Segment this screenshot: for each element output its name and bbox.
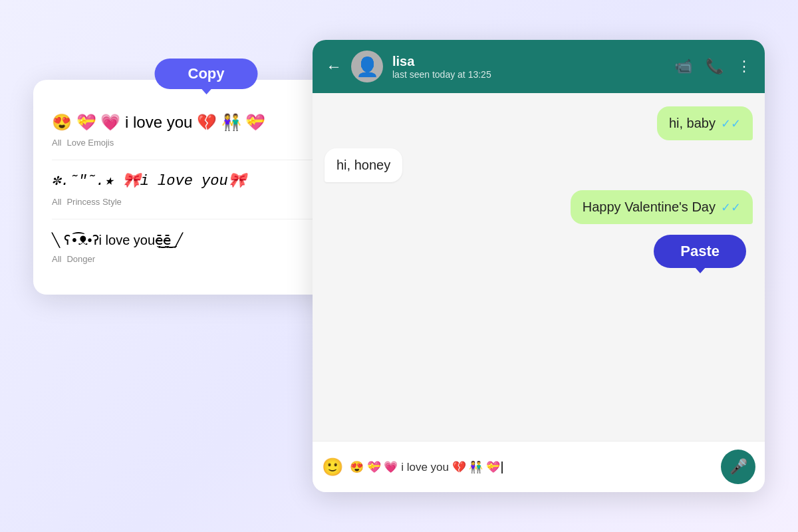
- message-bubble-3: Happy Valentine's Day ✓✓: [571, 190, 753, 224]
- message-text-2: hi, honey: [336, 158, 390, 173]
- header-actions: 📹 📞 ⋮: [674, 58, 751, 75]
- chat-input[interactable]: 😍 💝 💗 i love you 💔 👫 💝: [350, 460, 714, 474]
- chat-header: ← 👤 lisa last seen today at 13:25 📹 📞 ⋮: [313, 40, 765, 93]
- back-button[interactable]: ←: [326, 57, 342, 76]
- message-row-3: Happy Valentine's Day ✓✓: [325, 190, 753, 224]
- message-text-3: Happy Valentine's Day: [583, 200, 716, 215]
- chat-input-bar: 🙂 😍 💝 💗 i love you 💔 👫 💝 🎤: [313, 441, 765, 492]
- text-cursor: [501, 462, 503, 473]
- contact-status: last seen today at 13:25: [392, 69, 665, 80]
- chat-input-text: 😍 💝 💗 i love you 💔 👫 💝: [350, 461, 500, 473]
- checkmarks-1: ✓✓: [721, 116, 741, 131]
- mic-button[interactable]: 🎤: [721, 450, 755, 484]
- chat-body: hi, baby ✓✓ hi, honey Happy Valentine's …: [313, 93, 765, 441]
- paste-button[interactable]: Paste: [654, 235, 746, 268]
- contact-name: lisa: [392, 53, 665, 69]
- message-bubble-1: hi, baby ✓✓: [657, 106, 753, 140]
- paste-tooltip-wrapper: Paste: [325, 235, 746, 268]
- message-row-1: hi, baby ✓✓: [325, 106, 753, 140]
- style-tag-name-love-emoji: Love Emojis: [66, 138, 114, 148]
- checkmarks-3: ✓✓: [721, 200, 741, 215]
- contact-info: lisa last seen today at 13:25: [392, 53, 665, 80]
- more-options-icon[interactable]: ⋮: [737, 58, 751, 75]
- scene: Copy 😍 💝 💗 i love you 💔 👫 💝 All Love Emo…: [33, 27, 765, 505]
- style-tag-all-love-emoji: All: [52, 138, 61, 148]
- chat-panel: ← 👤 lisa last seen today at 13:25 📹 📞 ⋮ …: [313, 40, 765, 492]
- phone-icon[interactable]: 📞: [706, 58, 724, 75]
- message-bubble-2: hi, honey: [325, 148, 402, 182]
- style-tag-all-donger: All: [52, 254, 61, 264]
- copy-button[interactable]: Copy: [155, 59, 258, 89]
- style-tag-all-princess: All: [52, 197, 61, 207]
- mic-icon: 🎤: [730, 458, 747, 475]
- avatar: 👤: [351, 51, 383, 82]
- video-call-icon[interactable]: 📹: [674, 58, 692, 75]
- message-row-2: hi, honey: [325, 148, 753, 182]
- emoji-button[interactable]: 🙂: [322, 457, 343, 477]
- avatar-icon: 👤: [356, 56, 379, 78]
- style-tag-name-princess: Princess Style: [66, 197, 121, 207]
- style-tag-name-donger: Donger: [66, 254, 95, 264]
- message-text-1: hi, baby: [669, 116, 716, 131]
